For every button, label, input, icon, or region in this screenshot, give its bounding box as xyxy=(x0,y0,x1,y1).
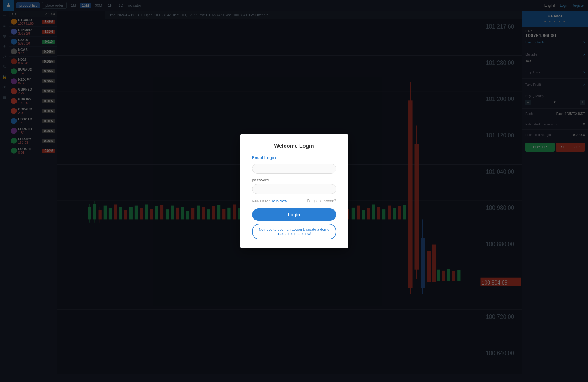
email-login-tab[interactable]: Email Login xyxy=(252,155,336,160)
login-btn[interactable]: Login xyxy=(252,208,336,221)
email-input[interactable] xyxy=(252,164,336,174)
modal-links-row: New User? Join Now Forgot password? xyxy=(252,198,336,204)
forgot-password-link[interactable]: Forgot password? xyxy=(307,199,336,203)
demo-account-btn[interactable]: No need to open an account, create a dem… xyxy=(252,224,336,239)
modal-title: Welcome Login xyxy=(252,143,336,149)
new-user-label: New User? xyxy=(252,199,270,203)
modal-overlay: Welcome Login Email Login password New U… xyxy=(0,0,588,382)
login-modal: Welcome Login Email Login password New U… xyxy=(240,134,348,248)
password-input[interactable] xyxy=(252,184,336,194)
join-now-link[interactable]: Join Now xyxy=(271,199,287,203)
password-label: password xyxy=(252,178,336,182)
